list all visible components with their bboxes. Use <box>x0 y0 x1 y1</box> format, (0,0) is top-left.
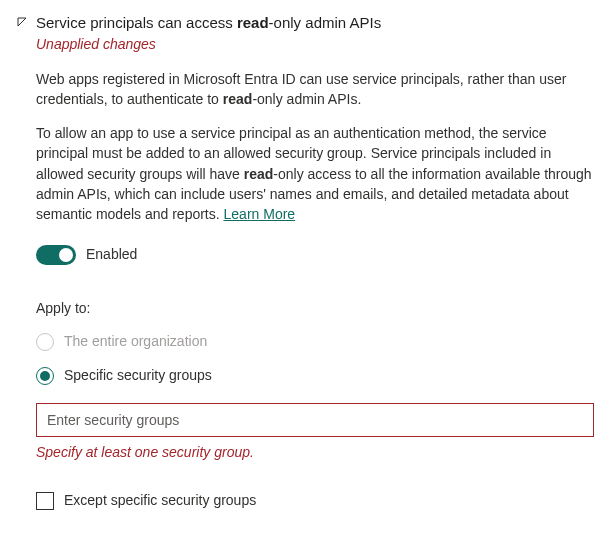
except-groups-label: Except specific security groups <box>64 491 256 511</box>
security-groups-input[interactable] <box>36 403 594 437</box>
setting-title: Service principals can access read-only … <box>36 12 594 33</box>
enabled-toggle[interactable] <box>36 245 76 265</box>
collapse-chevron-icon[interactable] <box>16 14 28 30</box>
enabled-toggle-label: Enabled <box>86 245 137 265</box>
except-groups-checkbox[interactable] <box>36 492 54 510</box>
learn-more-link[interactable]: Learn More <box>224 206 296 222</box>
description-2: To allow an app to use a service princip… <box>36 123 594 224</box>
radio-specific-groups-label: Specific security groups <box>64 366 212 386</box>
description-1: Web apps registered in Microsoft Entra I… <box>36 69 594 110</box>
radio-entire-org <box>36 333 54 351</box>
security-groups-error: Specify at least one security group. <box>36 443 594 463</box>
radio-specific-groups[interactable] <box>36 367 54 385</box>
unapplied-changes-label: Unapplied changes <box>36 35 594 55</box>
apply-to-heading: Apply to: <box>36 299 594 319</box>
radio-entire-org-label: The entire organization <box>64 332 207 352</box>
